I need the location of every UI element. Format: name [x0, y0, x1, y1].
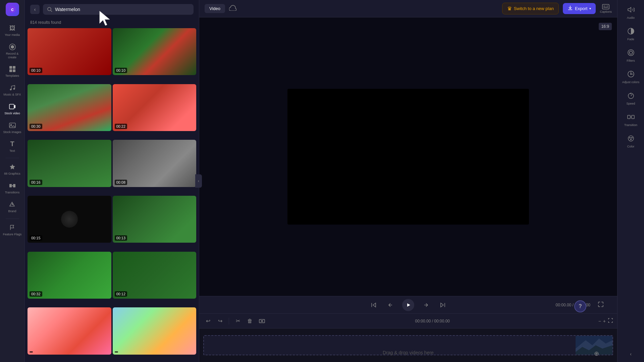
sidebar-item-feature-flags[interactable]: Feature Flags [1, 221, 24, 239]
sidebar-item-your-media[interactable]: 🖼 Your media [1, 21, 24, 40]
sidebar-item-brand[interactable]: Brand [1, 198, 24, 216]
help-button[interactable]: ? [574, 300, 586, 312]
record-create-icon [8, 43, 16, 51]
play-button[interactable] [402, 299, 414, 311]
sidebar-item-text[interactable]: T Text [1, 137, 24, 156]
svg-point-9 [13, 88, 15, 90]
right-panel-speed[interactable]: Speed [619, 88, 643, 109]
collapse-panel-button[interactable]: ‹ [195, 174, 202, 188]
stock-video-icon [8, 103, 16, 111]
video-duration: 00:15 [30, 235, 42, 241]
back-button[interactable]: ‹ [30, 5, 40, 14]
sidebar-item-label: Stock video [4, 112, 20, 115]
search-input[interactable]: Watermelon [55, 7, 190, 12]
video-duration [30, 351, 33, 353]
sidebar: c 🖼 Your media Record & create Templates [0, 0, 25, 362]
right-panel-label: Color [627, 145, 635, 148]
sidebar-item-record-create[interactable]: Record & create [1, 40, 24, 62]
svg-point-16 [48, 7, 51, 11]
music-sfx-icon [8, 84, 16, 92]
text-icon: T [8, 140, 16, 148]
video-thumbnail[interactable]: 00:22 [113, 84, 197, 131]
cloud-save-icon[interactable] [229, 5, 236, 12]
stock-images-icon [8, 121, 16, 129]
search-icon [47, 7, 52, 12]
sidebar-item-music-sfx[interactable]: Music & SFX [1, 81, 24, 99]
export-button[interactable]: Export ▾ [563, 3, 596, 14]
skip-forward-button[interactable] [438, 300, 448, 310]
video-thumbnail[interactable]: 00:13 [113, 196, 197, 243]
timeline-time: 00:00.00 / 00:00.00 [269, 319, 596, 323]
right-panel-label: Adjust colors [622, 80, 640, 84]
top-bar-left: Video [205, 4, 498, 13]
audio-icon [627, 6, 635, 15]
right-panel-filters[interactable]: Filters [619, 46, 643, 66]
video-tab[interactable]: Video [205, 4, 225, 13]
crown-icon: ♛ [507, 5, 512, 12]
zoom-in-button[interactable]: + [603, 318, 606, 324]
playback-controls: 00:00.00 / 00:00.00 [199, 296, 617, 313]
video-duration: 00:10 [30, 68, 42, 73]
transitions-icon [8, 182, 16, 190]
right-panel-label: Speed [626, 102, 635, 105]
search-box: Watermelon [43, 4, 194, 15]
switch-plan-button[interactable]: ♛ Switch to a new plan [502, 3, 559, 14]
filters-icon [627, 49, 635, 58]
video-thumbnail[interactable]: 00:10 [113, 28, 197, 75]
svg-point-8 [10, 89, 11, 90]
right-panel: Audio Fade Filters Adju [617, 0, 644, 362]
fit-timeline-button[interactable] [608, 318, 613, 324]
frame-forward-button[interactable] [421, 300, 431, 310]
right-panel-fade[interactable]: Fade [619, 24, 643, 44]
sidebar-item-stock-images[interactable]: Stock images [1, 119, 24, 137]
right-panel-label: Audio [627, 16, 635, 19]
video-thumbnail[interactable]: 00:15 [28, 196, 111, 243]
svg-line-17 [51, 10, 52, 12]
sidebar-item-transitions[interactable]: Transitions [1, 179, 24, 197]
split-button[interactable] [257, 316, 267, 326]
sidebar-item-stock-video[interactable]: Stock video [1, 100, 24, 118]
svg-point-36 [631, 137, 633, 138]
video-duration: 00:30 [30, 124, 42, 129]
svg-rect-33 [632, 115, 634, 119]
export-icon [568, 5, 573, 12]
right-panel-collapse-button[interactable]: ‹ [627, 349, 634, 359]
fit-to-screen-button[interactable] [598, 301, 604, 308]
app-logo[interactable]: c [6, 3, 19, 16]
right-panel-color[interactable]: Color [619, 131, 643, 152]
captions-button[interactable]: Captions [600, 4, 612, 13]
undo-button[interactable]: ↩ [203, 316, 213, 326]
svg-rect-13 [9, 184, 12, 187]
redo-button[interactable]: ↪ [215, 316, 225, 326]
zoom-out-button[interactable]: − [598, 318, 601, 324]
video-thumbnail[interactable] [28, 307, 111, 354]
skip-back-button[interactable] [369, 300, 379, 310]
video-thumbnail[interactable]: 00:10 [28, 28, 111, 75]
results-count: 814 results found [25, 19, 199, 28]
video-thumbnail[interactable]: 00:12 [113, 252, 197, 299]
svg-rect-7 [13, 69, 15, 72]
video-thumbnail[interactable] [113, 307, 197, 354]
feature-flags-icon [8, 224, 16, 232]
aspect-ratio-badge[interactable]: 16:9 [599, 23, 612, 30]
export-label: Export [575, 6, 588, 11]
top-bar: Video ♛ Switch to a new plan Export ▾ [199, 0, 617, 17]
svg-point-27 [628, 50, 634, 56]
video-thumbnail[interactable]: 00:32 [28, 252, 111, 299]
right-panel-audio[interactable]: Audio [619, 3, 643, 23]
sidebar-item-label: Text [9, 149, 15, 153]
delete-button[interactable]: 🗑 [245, 316, 255, 326]
your-media-icon: 🖼 [8, 24, 16, 32]
sidebar-item-graphics[interactable]: 88 Graphics [1, 160, 24, 178]
video-thumbnail[interactable]: 00:16 [28, 140, 111, 187]
video-thumbnail[interactable]: 00:30 [28, 84, 111, 131]
export-dropdown-icon: ▾ [589, 7, 591, 10]
right-panel-transition[interactable]: Transition [619, 110, 643, 130]
video-thumbnail[interactable]: 00:08 [113, 140, 197, 187]
sidebar-item-templates[interactable]: Templates [1, 62, 24, 80]
timeline-toolbar: ↩ ↪ ✂ 🗑 00:00.00 / 00:00.00 − + [199, 314, 617, 328]
sidebar-item-label: Your media [5, 33, 20, 37]
cut-button[interactable]: ✂ [233, 316, 243, 326]
frame-back-button[interactable] [385, 300, 395, 310]
right-panel-adjust-colors[interactable]: Adjust colors [619, 67, 643, 87]
